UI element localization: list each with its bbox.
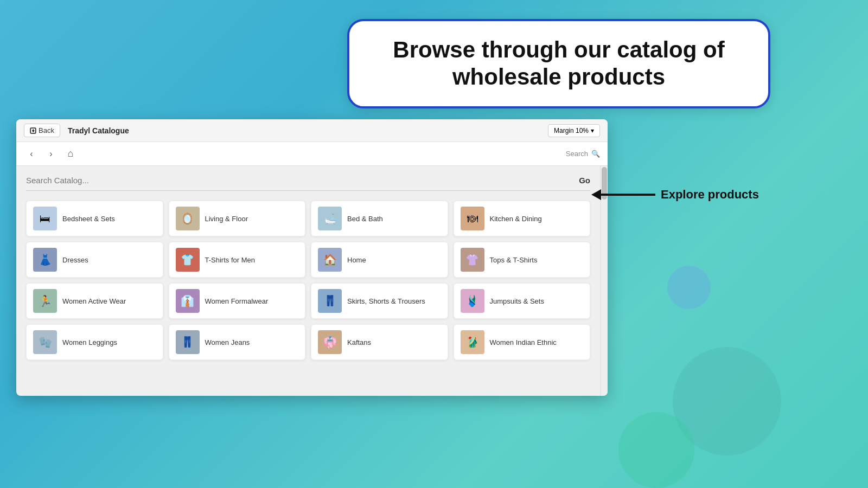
category-label-dresses: Dresses [62,256,88,264]
category-img-women-active: 🏃 [33,289,57,313]
back-label: Back [39,126,54,134]
category-label-tops: Tops & T-Shirts [490,256,538,264]
margin-button[interactable]: Margin 10% ▾ [548,124,600,137]
category-card-kitchen[interactable]: 🍽Kitchen & Dining [454,201,591,236]
arrow-line [591,189,655,200]
category-img-bed-bath: 🛁 [318,207,342,230]
content-area: Go 🛏Bedsheet & Sets🪞Living & Floor🛁Bed &… [16,166,608,396]
category-label-kitchen: Kitchen & Dining [490,215,542,223]
browser-search-text: Search [566,150,588,158]
explore-annotation: Explore products [661,188,759,202]
browser-bar: ‹ › ⌂ Search 🔍 [16,142,608,166]
category-label-women-indian: Women Indian Ethnic [490,338,557,346]
app-window: Back Tradyl Catalogue Margin 10% ▾ ‹ › ⌂… [16,119,608,396]
category-card-bed-bath[interactable]: 🛁Bed & Bath [311,201,448,236]
category-label-bedsheet: Bedsheet & Sets [62,215,115,223]
category-img-women-jeans: 👖 [176,330,200,354]
category-label-jumpsuits: Jumpsuits & Sets [490,297,544,305]
category-card-women-active[interactable]: 🏃Women Active Wear [26,283,163,319]
forward-nav-button[interactable]: › [43,146,59,162]
main-content: Go 🛏Bedsheet & Sets🪞Living & Floor🛁Bed &… [16,166,600,396]
category-img-home: 🏠 [318,248,342,272]
category-img-tops: 👚 [461,248,484,272]
category-img-kaftans: 👘 [318,330,342,354]
category-card-home[interactable]: 🏠Home [311,242,448,278]
annotation-area: Explore products [591,188,759,202]
category-img-women-indian: 🥻 [461,330,484,354]
margin-dropdown-icon: ▾ [591,127,594,134]
category-label-women-jeans: Women Jeans [205,338,250,346]
category-label-women-active: Women Active Wear [62,297,126,305]
back-nav-button[interactable]: ‹ [24,146,39,162]
search-icon[interactable]: 🔍 [591,150,600,158]
category-card-women-leggings[interactable]: 🧤Women Leggings [26,324,163,360]
category-img-women-leggings: 🧤 [33,330,57,354]
category-card-women-indian[interactable]: 🥻Women Indian Ethnic [454,324,591,360]
margin-label: Margin 10% [554,127,589,134]
catalog-go-button[interactable]: Go [579,176,590,185]
category-card-kaftans[interactable]: 👘Kaftans [311,324,448,360]
deco-circle-3 [618,412,694,488]
category-label-home: Home [347,256,366,264]
deco-circle-1 [667,266,711,309]
category-card-dresses[interactable]: 👗Dresses [26,242,163,278]
category-grid: 🛏Bedsheet & Sets🪞Living & Floor🛁Bed & Ba… [26,201,590,360]
category-card-jumpsuits[interactable]: 🩱Jumpsuits & Sets [454,283,591,319]
arrow-shaft [601,194,655,196]
category-label-living: Living & Floor [205,215,248,223]
hero-title: Browse through our catalog of wholesale … [371,36,746,91]
app-title: Tradyl Catalogue [68,126,548,135]
category-img-bedsheet: 🛏 [33,207,57,230]
category-card-women-formal[interactable]: 👔Women Formalwear [169,283,306,319]
category-label-skirts: Skirts, Shorts & Trousers [347,297,425,305]
category-card-living[interactable]: 🪞Living & Floor [169,201,306,236]
category-card-skirts[interactable]: 👖Skirts, Shorts & Trousers [311,283,448,319]
category-img-women-formal: 👔 [176,289,200,313]
catalog-search-row: Go [26,176,590,191]
category-img-jumpsuits: 🩱 [461,289,484,313]
category-card-bedsheet[interactable]: 🛏Bedsheet & Sets [26,201,163,236]
title-bar: Back Tradyl Catalogue Margin 10% ▾ [16,119,608,142]
browser-search-area: Search 🔍 [566,150,600,158]
category-img-dresses: 👗 [33,248,57,272]
category-label-bed-bath: Bed & Bath [347,215,383,223]
back-button[interactable]: Back [24,124,60,137]
hero-banner: Browse through our catalog of wholesale … [347,19,770,108]
category-card-tshirts-men[interactable]: 👕T-Shirts for Men [169,242,306,278]
category-card-tops[interactable]: 👚Tops & T-Shirts [454,242,591,278]
category-card-women-jeans[interactable]: 👖Women Jeans [169,324,306,360]
category-label-women-formal: Women Formalwear [205,297,269,305]
category-label-kaftans: Kaftans [347,338,371,346]
catalog-search-input[interactable] [26,176,579,185]
category-img-kitchen: 🍽 [461,207,484,230]
home-nav-button[interactable]: ⌂ [63,146,78,162]
category-img-living: 🪞 [176,207,200,230]
category-label-tshirts-men: T-Shirts for Men [205,256,255,264]
category-img-skirts: 👖 [318,289,342,313]
category-img-tshirts-men: 👕 [176,248,200,272]
arrow-head-icon [591,189,601,200]
category-label-women-leggings: Women Leggings [62,338,117,346]
